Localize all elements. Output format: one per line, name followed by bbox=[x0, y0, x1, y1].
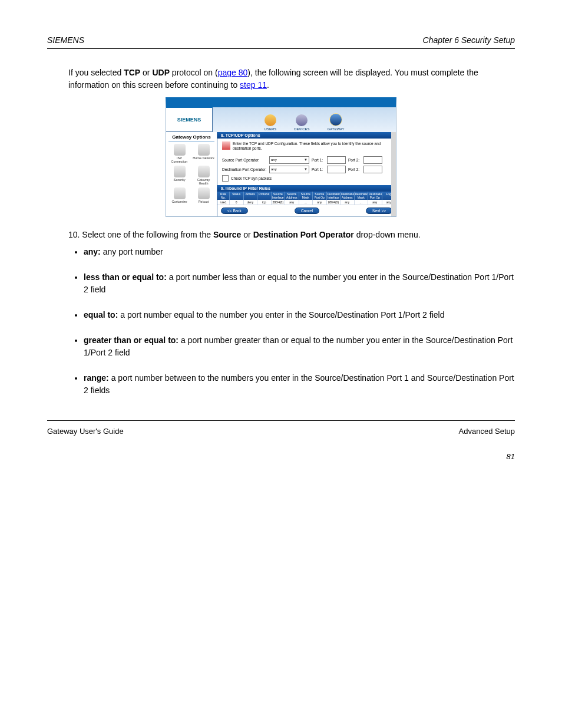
th: Rule No. bbox=[217, 192, 230, 200]
src-port2-label: Port 2: bbox=[348, 158, 361, 162]
cancel-button[interactable]: Cancel bbox=[295, 207, 319, 214]
th: Destination Mask bbox=[355, 192, 369, 200]
option-title: equal to: bbox=[84, 310, 118, 319]
chevron-down-icon: ▼ bbox=[304, 158, 308, 162]
footer-right: Advanced Setup bbox=[459, 427, 515, 436]
intro-text4: . bbox=[267, 80, 269, 90]
td: any bbox=[285, 200, 299, 205]
section-note: Enter the TCP and UDP Configuration. The… bbox=[233, 141, 391, 151]
section-bar-rules: 9. Inbound IP Filter Rules bbox=[217, 185, 396, 192]
tcp-syn-label: Check TCP syn packets bbox=[231, 176, 272, 180]
dst-port1-input[interactable] bbox=[327, 166, 346, 173]
footer-rule bbox=[47, 420, 515, 421]
footer-left: Gateway User's Guide bbox=[47, 427, 124, 436]
sidebar-item-label: Home Network bbox=[193, 156, 214, 160]
src-port1-input[interactable] bbox=[327, 156, 346, 164]
intro-or: or bbox=[140, 68, 152, 77]
sidebar-item-customize[interactable]: Customize bbox=[168, 187, 190, 203]
src-port1-label: Port 1: bbox=[312, 158, 325, 162]
step-text: Select one of the following from the bbox=[80, 230, 213, 239]
th: Protocol bbox=[257, 192, 272, 200]
tcp-syn-checkbox[interactable] bbox=[222, 175, 229, 182]
top-tabs: USERS DEVICES GATEWAY bbox=[213, 107, 396, 133]
intro-tcp: TCP bbox=[124, 68, 140, 77]
sidebar-item-reboot[interactable]: Reboot bbox=[193, 187, 214, 203]
list-item: equal to: a port number equal to the num… bbox=[84, 309, 515, 321]
page-number: 81 bbox=[47, 452, 515, 461]
td: any bbox=[313, 200, 327, 205]
sidebar-title: Gateway Options bbox=[168, 134, 214, 141]
list-item: any: any port number bbox=[84, 246, 515, 258]
th: Source Port Op bbox=[313, 192, 327, 200]
option-body: a port number equal to the number you en… bbox=[118, 310, 444, 319]
list-item: range: a port number between to the numb… bbox=[84, 372, 515, 397]
dst-port2-input[interactable] bbox=[363, 166, 382, 173]
header-left: SIEMENS bbox=[47, 35, 84, 45]
tab-users[interactable]: USERS bbox=[265, 114, 277, 131]
option-title: greater than or equal to: bbox=[84, 335, 178, 345]
th: Access bbox=[244, 192, 258, 200]
back-button[interactable]: << Back bbox=[221, 207, 248, 214]
td: … bbox=[355, 200, 369, 205]
tab-users-label: USERS bbox=[265, 127, 277, 131]
sidebar-item-isp[interactable]: ISP Connection bbox=[168, 144, 190, 163]
sidebar-item-label: Customize bbox=[172, 200, 187, 203]
dst-port-label: Destination Port Operator: bbox=[222, 167, 267, 172]
option-title: any: bbox=[84, 247, 101, 256]
table-row: rule1 0 deny tcp 280/4(0) any … any 280/… bbox=[217, 200, 396, 205]
intro-paragraph: If you selected TCP or UDP protocol on (… bbox=[68, 67, 515, 91]
step-tail: drop-down menu. bbox=[354, 230, 421, 239]
th: Status bbox=[230, 192, 244, 200]
step-or: or bbox=[241, 230, 253, 239]
th: Source Address bbox=[285, 192, 299, 200]
sidebar-item-health[interactable]: Gateway Health bbox=[193, 166, 214, 185]
td: deny bbox=[244, 200, 258, 205]
th: Destination Port Op bbox=[368, 192, 382, 200]
tab-gateway-label: GATEWAY bbox=[328, 127, 345, 131]
td: tcp bbox=[257, 200, 272, 205]
select-value: any bbox=[271, 158, 277, 162]
page-header: SIEMENS Chapter 6 Security Setup bbox=[47, 35, 515, 45]
tab-gateway[interactable]: GATEWAY bbox=[328, 113, 345, 131]
rules-table: Rule No. Status Access Protocol Source I… bbox=[217, 192, 396, 205]
option-body: a port number between to the numbers you… bbox=[84, 373, 514, 395]
sidebar: Gateway Options ISP Connection Home Netw… bbox=[166, 132, 217, 216]
option-title: range: bbox=[84, 373, 109, 383]
step-number: 10. bbox=[68, 230, 80, 239]
bold-source: Source bbox=[213, 230, 241, 239]
tab-devices[interactable]: DEVICES bbox=[294, 114, 309, 131]
header-rule bbox=[47, 48, 515, 49]
dst-port1-label: Port 1: bbox=[312, 167, 325, 172]
chevron-down-icon: ▼ bbox=[304, 167, 308, 171]
link-page-80[interactable]: page 80 bbox=[218, 68, 248, 77]
th: Source Mask bbox=[299, 192, 313, 200]
link-step-11[interactable]: step 11 bbox=[240, 80, 267, 90]
next-button[interactable]: Next >> bbox=[366, 207, 392, 214]
td: 280/4(0) bbox=[327, 200, 341, 205]
th: Destination Address bbox=[340, 192, 355, 200]
scrollbar[interactable] bbox=[391, 132, 396, 216]
intro-udp: UDP bbox=[152, 68, 170, 77]
list-item: less than or equal to: a port number les… bbox=[84, 271, 515, 296]
header-right: Chapter 6 Security Setup bbox=[423, 35, 515, 45]
dst-port2-label: Port 2: bbox=[348, 167, 361, 172]
src-port-operator-select[interactable]: any▼ bbox=[269, 156, 309, 164]
sidebar-item-label: Security bbox=[174, 178, 186, 182]
td: rule1 bbox=[217, 200, 230, 205]
sidebar-item-home[interactable]: Home Network bbox=[193, 144, 214, 163]
sidebar-item-security[interactable]: Security bbox=[168, 166, 190, 185]
option-body: any port number bbox=[101, 247, 163, 256]
td: any bbox=[368, 200, 382, 205]
td: any bbox=[340, 200, 355, 205]
instructions: 10. Select one of the following from the… bbox=[68, 229, 515, 397]
src-port-label: Source Port Operator: bbox=[222, 158, 267, 162]
sidebar-item-label: Gateway Health bbox=[197, 178, 210, 185]
dst-port-operator-select[interactable]: any▼ bbox=[269, 166, 309, 173]
td: … bbox=[299, 200, 313, 205]
intro-text2: protocol on ( bbox=[170, 68, 218, 77]
tab-devices-label: DEVICES bbox=[294, 127, 309, 131]
options-list: any: any port number less than or equal … bbox=[73, 246, 515, 397]
src-port2-input[interactable] bbox=[363, 156, 382, 164]
page-footer: Gateway User's Guide Advanced Setup bbox=[47, 427, 515, 436]
section-bar-tcpudp: 8. TCP/UDP Options bbox=[217, 132, 396, 139]
